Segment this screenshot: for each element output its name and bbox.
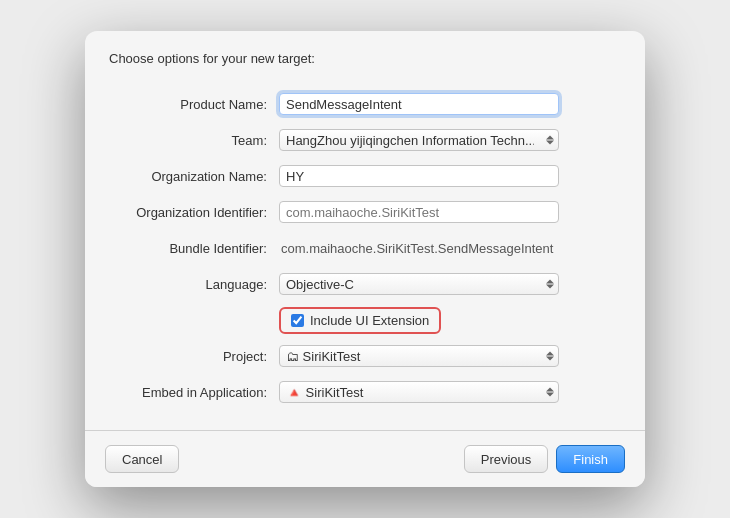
team-select-wrapper: HangZhou yijiqingchen Information Techn.…: [279, 129, 559, 151]
org-name-row: Organization Name:: [109, 158, 621, 194]
project-label: Project:: [109, 338, 279, 374]
project-row: Project: 🗂 SiriKitTest: [109, 338, 621, 374]
dialog-title: Choose options for your new target:: [109, 51, 315, 66]
team-select[interactable]: HangZhou yijiqingchen Information Techn.…: [279, 129, 559, 151]
project-select-wrapper: 🗂 SiriKitTest: [279, 345, 559, 367]
product-name-label: Product Name:: [109, 86, 279, 122]
org-id-row: Organization Identifier:: [109, 194, 621, 230]
org-id-label: Organization Identifier:: [109, 194, 279, 230]
product-name-field: [279, 86, 621, 122]
dialog-header: Choose options for your new target:: [85, 31, 645, 76]
embed-select[interactable]: 🔺 SiriKitTest: [279, 381, 559, 403]
embed-row: Embed in Application: 🔺 SiriKitTest: [109, 374, 621, 410]
team-label: Team:: [109, 122, 279, 158]
embed-field: 🔺 SiriKitTest: [279, 374, 621, 410]
embed-select-wrapper: 🔺 SiriKitTest: [279, 381, 559, 403]
finish-button[interactable]: Finish: [556, 445, 625, 473]
include-ui-checkbox[interactable]: [291, 314, 304, 327]
bundle-id-label: Bundle Identifier:: [109, 230, 279, 266]
org-name-field: [279, 158, 621, 194]
bundle-id-value: com.maihaoche.SiriKitTest.SendMessageInt…: [279, 241, 553, 256]
include-ui-row: Include UI Extension: [109, 302, 621, 338]
language-label: Language:: [109, 266, 279, 302]
include-ui-field: Include UI Extension: [279, 302, 621, 338]
org-name-input[interactable]: [279, 165, 559, 187]
language-select[interactable]: Objective-C Swift: [279, 273, 559, 295]
footer-btn-group: Previous Finish: [464, 445, 625, 473]
previous-button[interactable]: Previous: [464, 445, 549, 473]
bundle-id-field: com.maihaoche.SiriKitTest.SendMessageInt…: [279, 230, 621, 266]
language-field: Objective-C Swift: [279, 266, 621, 302]
project-field: 🗂 SiriKitTest: [279, 338, 621, 374]
language-row: Language: Objective-C Swift: [109, 266, 621, 302]
embed-label: Embed in Application:: [109, 374, 279, 410]
include-ui-extension-text: Include UI Extension: [310, 313, 429, 328]
dialog-body: Product Name: Team: HangZhou yijiqingche…: [85, 76, 645, 430]
org-name-label: Organization Name:: [109, 158, 279, 194]
dialog-footer: Cancel Previous Finish: [85, 430, 645, 487]
org-id-field: [279, 194, 621, 230]
product-name-input[interactable]: [279, 93, 559, 115]
team-field: HangZhou yijiqingchen Information Techn.…: [279, 122, 621, 158]
project-select[interactable]: 🗂 SiriKitTest: [279, 345, 559, 367]
form-table: Product Name: Team: HangZhou yijiqingche…: [109, 86, 621, 410]
include-ui-extension-label[interactable]: Include UI Extension: [279, 307, 441, 334]
language-select-wrapper: Objective-C Swift: [279, 273, 559, 295]
org-id-input[interactable]: [279, 201, 559, 223]
include-ui-label-cell: [109, 302, 279, 338]
bundle-id-row: Bundle Identifier: com.maihaoche.SiriKit…: [109, 230, 621, 266]
team-row: Team: HangZhou yijiqingchen Information …: [109, 122, 621, 158]
cancel-button[interactable]: Cancel: [105, 445, 179, 473]
product-name-row: Product Name:: [109, 86, 621, 122]
new-target-dialog: Choose options for your new target: Prod…: [85, 31, 645, 487]
